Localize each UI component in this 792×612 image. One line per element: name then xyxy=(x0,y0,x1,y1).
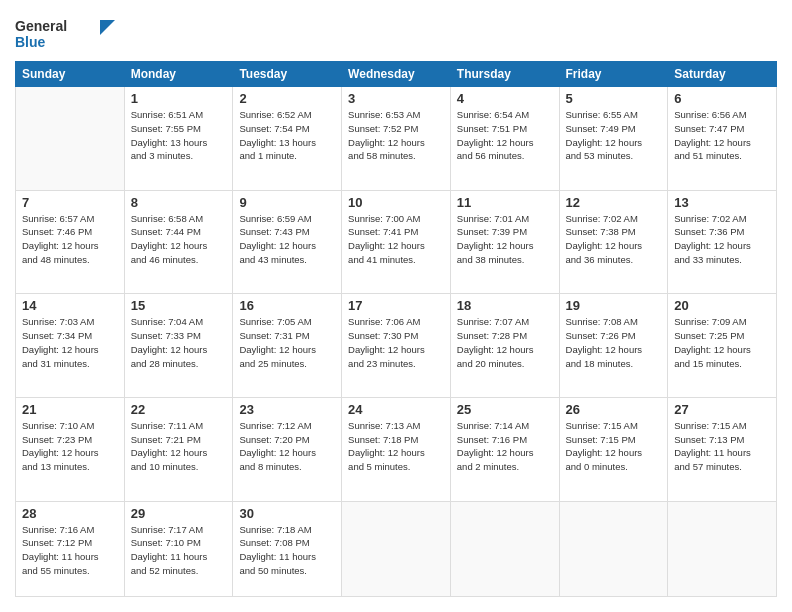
day-number: 30 xyxy=(239,506,335,521)
day-number: 5 xyxy=(566,91,662,106)
day-info: Sunrise: 7:15 AMSunset: 7:13 PMDaylight:… xyxy=(674,419,770,474)
day-info: Sunrise: 7:03 AMSunset: 7:34 PMDaylight:… xyxy=(22,315,118,370)
calendar-cell xyxy=(16,87,125,191)
day-info: Sunrise: 6:58 AMSunset: 7:44 PMDaylight:… xyxy=(131,212,227,267)
calendar-cell: 17Sunrise: 7:06 AMSunset: 7:30 PMDayligh… xyxy=(342,294,451,398)
day-info: Sunrise: 7:17 AMSunset: 7:10 PMDaylight:… xyxy=(131,523,227,578)
day-number: 7 xyxy=(22,195,118,210)
calendar-cell: 19Sunrise: 7:08 AMSunset: 7:26 PMDayligh… xyxy=(559,294,668,398)
day-info: Sunrise: 6:59 AMSunset: 7:43 PMDaylight:… xyxy=(239,212,335,267)
day-info: Sunrise: 7:16 AMSunset: 7:12 PMDaylight:… xyxy=(22,523,118,578)
day-number: 21 xyxy=(22,402,118,417)
calendar-cell: 26Sunrise: 7:15 AMSunset: 7:15 PMDayligh… xyxy=(559,397,668,501)
calendar-cell: 12Sunrise: 7:02 AMSunset: 7:38 PMDayligh… xyxy=(559,190,668,294)
calendar-cell: 14Sunrise: 7:03 AMSunset: 7:34 PMDayligh… xyxy=(16,294,125,398)
day-of-week-header: Thursday xyxy=(450,62,559,87)
calendar-cell: 24Sunrise: 7:13 AMSunset: 7:18 PMDayligh… xyxy=(342,397,451,501)
day-number: 12 xyxy=(566,195,662,210)
calendar-cell xyxy=(450,501,559,597)
day-number: 3 xyxy=(348,91,444,106)
day-info: Sunrise: 7:04 AMSunset: 7:33 PMDaylight:… xyxy=(131,315,227,370)
day-number: 17 xyxy=(348,298,444,313)
calendar: SundayMondayTuesdayWednesdayThursdayFrid… xyxy=(15,61,777,597)
day-info: Sunrise: 7:02 AMSunset: 7:38 PMDaylight:… xyxy=(566,212,662,267)
calendar-cell: 6Sunrise: 6:56 AMSunset: 7:47 PMDaylight… xyxy=(668,87,777,191)
day-number: 26 xyxy=(566,402,662,417)
calendar-week-row: 14Sunrise: 7:03 AMSunset: 7:34 PMDayligh… xyxy=(16,294,777,398)
day-number: 16 xyxy=(239,298,335,313)
calendar-cell: 10Sunrise: 7:00 AMSunset: 7:41 PMDayligh… xyxy=(342,190,451,294)
day-number: 23 xyxy=(239,402,335,417)
calendar-cell: 8Sunrise: 6:58 AMSunset: 7:44 PMDaylight… xyxy=(124,190,233,294)
day-number: 14 xyxy=(22,298,118,313)
day-info: Sunrise: 7:13 AMSunset: 7:18 PMDaylight:… xyxy=(348,419,444,474)
day-number: 1 xyxy=(131,91,227,106)
day-number: 19 xyxy=(566,298,662,313)
day-of-week-header: Wednesday xyxy=(342,62,451,87)
calendar-cell: 9Sunrise: 6:59 AMSunset: 7:43 PMDaylight… xyxy=(233,190,342,294)
day-of-week-header: Monday xyxy=(124,62,233,87)
day-info: Sunrise: 7:07 AMSunset: 7:28 PMDaylight:… xyxy=(457,315,553,370)
day-number: 15 xyxy=(131,298,227,313)
calendar-cell: 21Sunrise: 7:10 AMSunset: 7:23 PMDayligh… xyxy=(16,397,125,501)
calendar-cell: 16Sunrise: 7:05 AMSunset: 7:31 PMDayligh… xyxy=(233,294,342,398)
day-info: Sunrise: 7:15 AMSunset: 7:15 PMDaylight:… xyxy=(566,419,662,474)
day-number: 4 xyxy=(457,91,553,106)
day-info: Sunrise: 6:51 AMSunset: 7:55 PMDaylight:… xyxy=(131,108,227,163)
day-info: Sunrise: 7:05 AMSunset: 7:31 PMDaylight:… xyxy=(239,315,335,370)
calendar-cell: 7Sunrise: 6:57 AMSunset: 7:46 PMDaylight… xyxy=(16,190,125,294)
calendar-cell: 13Sunrise: 7:02 AMSunset: 7:36 PMDayligh… xyxy=(668,190,777,294)
calendar-cell: 30Sunrise: 7:18 AMSunset: 7:08 PMDayligh… xyxy=(233,501,342,597)
day-info: Sunrise: 7:06 AMSunset: 7:30 PMDaylight:… xyxy=(348,315,444,370)
calendar-cell: 3Sunrise: 6:53 AMSunset: 7:52 PMDaylight… xyxy=(342,87,451,191)
day-info: Sunrise: 7:08 AMSunset: 7:26 PMDaylight:… xyxy=(566,315,662,370)
day-info: Sunrise: 6:55 AMSunset: 7:49 PMDaylight:… xyxy=(566,108,662,163)
day-number: 20 xyxy=(674,298,770,313)
day-number: 10 xyxy=(348,195,444,210)
calendar-cell: 5Sunrise: 6:55 AMSunset: 7:49 PMDaylight… xyxy=(559,87,668,191)
day-info: Sunrise: 7:14 AMSunset: 7:16 PMDaylight:… xyxy=(457,419,553,474)
day-number: 18 xyxy=(457,298,553,313)
calendar-cell: 29Sunrise: 7:17 AMSunset: 7:10 PMDayligh… xyxy=(124,501,233,597)
calendar-header-row: SundayMondayTuesdayWednesdayThursdayFrid… xyxy=(16,62,777,87)
day-number: 25 xyxy=(457,402,553,417)
day-number: 22 xyxy=(131,402,227,417)
calendar-cell: 28Sunrise: 7:16 AMSunset: 7:12 PMDayligh… xyxy=(16,501,125,597)
day-number: 11 xyxy=(457,195,553,210)
svg-text:General: General xyxy=(15,18,67,34)
day-info: Sunrise: 7:00 AMSunset: 7:41 PMDaylight:… xyxy=(348,212,444,267)
day-of-week-header: Tuesday xyxy=(233,62,342,87)
svg-marker-0 xyxy=(100,20,115,35)
calendar-cell: 25Sunrise: 7:14 AMSunset: 7:16 PMDayligh… xyxy=(450,397,559,501)
day-info: Sunrise: 6:52 AMSunset: 7:54 PMDaylight:… xyxy=(239,108,335,163)
calendar-week-row: 21Sunrise: 7:10 AMSunset: 7:23 PMDayligh… xyxy=(16,397,777,501)
day-number: 28 xyxy=(22,506,118,521)
day-number: 2 xyxy=(239,91,335,106)
calendar-cell: 1Sunrise: 6:51 AMSunset: 7:55 PMDaylight… xyxy=(124,87,233,191)
calendar-cell xyxy=(559,501,668,597)
header: GeneralBlue xyxy=(15,15,777,51)
day-of-week-header: Saturday xyxy=(668,62,777,87)
logo-svg: GeneralBlue xyxy=(15,15,115,51)
day-number: 6 xyxy=(674,91,770,106)
day-info: Sunrise: 7:02 AMSunset: 7:36 PMDaylight:… xyxy=(674,212,770,267)
day-number: 9 xyxy=(239,195,335,210)
calendar-cell: 15Sunrise: 7:04 AMSunset: 7:33 PMDayligh… xyxy=(124,294,233,398)
calendar-cell: 27Sunrise: 7:15 AMSunset: 7:13 PMDayligh… xyxy=(668,397,777,501)
day-info: Sunrise: 7:18 AMSunset: 7:08 PMDaylight:… xyxy=(239,523,335,578)
day-info: Sunrise: 7:01 AMSunset: 7:39 PMDaylight:… xyxy=(457,212,553,267)
calendar-week-row: 28Sunrise: 7:16 AMSunset: 7:12 PMDayligh… xyxy=(16,501,777,597)
day-of-week-header: Friday xyxy=(559,62,668,87)
day-info: Sunrise: 7:10 AMSunset: 7:23 PMDaylight:… xyxy=(22,419,118,474)
day-number: 24 xyxy=(348,402,444,417)
calendar-cell xyxy=(342,501,451,597)
calendar-cell: 22Sunrise: 7:11 AMSunset: 7:21 PMDayligh… xyxy=(124,397,233,501)
calendar-cell: 4Sunrise: 6:54 AMSunset: 7:51 PMDaylight… xyxy=(450,87,559,191)
calendar-week-row: 7Sunrise: 6:57 AMSunset: 7:46 PMDaylight… xyxy=(16,190,777,294)
calendar-cell: 18Sunrise: 7:07 AMSunset: 7:28 PMDayligh… xyxy=(450,294,559,398)
day-number: 27 xyxy=(674,402,770,417)
svg-text:Blue: Blue xyxy=(15,34,46,50)
logo: GeneralBlue xyxy=(15,15,115,51)
calendar-cell: 11Sunrise: 7:01 AMSunset: 7:39 PMDayligh… xyxy=(450,190,559,294)
day-info: Sunrise: 6:54 AMSunset: 7:51 PMDaylight:… xyxy=(457,108,553,163)
